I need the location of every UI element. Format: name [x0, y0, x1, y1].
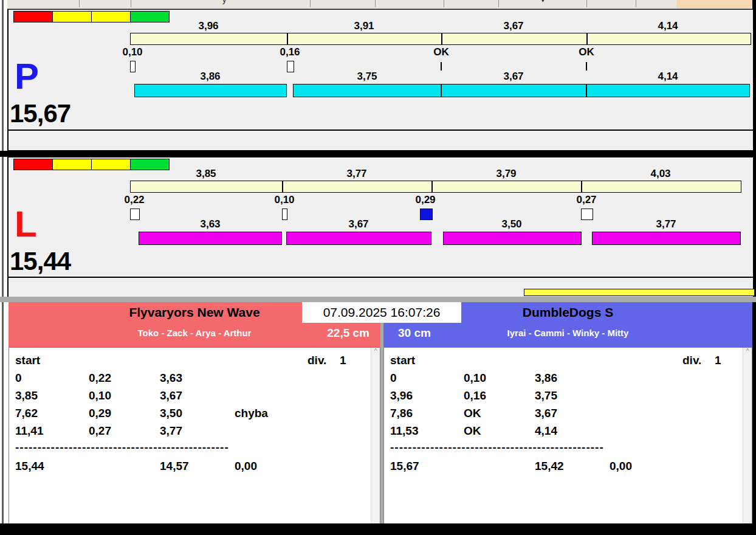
scroll-up-icon[interactable]: ^ — [743, 348, 752, 355]
table-total-cell: 0,00 — [610, 460, 632, 473]
team-left-jump-height: 22,5 cm — [327, 326, 369, 340]
split-bar-divider — [441, 33, 442, 44]
toolbar-separator — [131, 0, 131, 7]
split-time-label: 3,77 — [329, 168, 384, 179]
lane-l-empty-strip — [7, 277, 754, 297]
table-division-label: div. — [682, 354, 701, 367]
table-total-cell: 14,57 — [160, 460, 189, 473]
dog-run-time-label: 3,67 — [331, 219, 386, 230]
crossing-gap-box — [282, 209, 287, 220]
split-bar-divider — [581, 181, 582, 192]
split-time-label: 4,03 — [633, 168, 688, 179]
dog-run-bar — [134, 84, 287, 97]
split-time-label: 3,91 — [337, 21, 391, 32]
crossing-ok-tick — [586, 62, 587, 71]
team-right-table: ^ startdiv.100,103,863,960,163,757,86OK3… — [383, 347, 752, 525]
crossing-label: 0,29 — [398, 195, 453, 205]
toolbar-strip[interactable]: y ▾ — [0, 0, 752, 9]
table-start-label: start — [390, 354, 415, 367]
toolbar-separator — [310, 0, 311, 7]
toolbar-separator — [636, 0, 636, 7]
table-cell: OK — [464, 424, 481, 438]
toolbar-partial-text: y — [222, 0, 227, 4]
table-total-cell: 15,67 — [390, 460, 419, 473]
table-start-label: start — [15, 354, 40, 367]
table-division-value: 1 — [715, 354, 721, 367]
dog-run-bar — [441, 84, 586, 97]
table-cell: 0 — [390, 371, 397, 385]
crossing-ok-tick — [441, 62, 442, 71]
crossing-label: OK — [414, 47, 469, 58]
table-cell: OK — [464, 407, 481, 420]
split-time-label: 3,79 — [479, 168, 534, 179]
scroll-up-icon[interactable]: ^ — [371, 348, 380, 355]
toolbar-highlight-area — [676, 0, 752, 9]
toolbar-separator — [498, 0, 499, 7]
dog-run-time-label: 3,50 — [484, 219, 539, 230]
yellow-progress-bar — [524, 289, 755, 296]
split-bar-divider — [282, 181, 283, 192]
toolbar-separator — [79, 0, 80, 7]
table-division-label: div. — [308, 354, 326, 367]
table-cell: 3,77 — [160, 424, 182, 438]
table-cell: 3,85 — [15, 389, 38, 402]
crossing-label: 0,10 — [105, 47, 160, 58]
dog-run-time-label: 3,86 — [183, 71, 238, 82]
toolbar-separator — [375, 0, 376, 7]
team-left-table: ^ startdiv.100,223,633,850,103,677,620,2… — [9, 347, 380, 525]
team-left-roster: Toko - Zack - Arya - Arthur — [9, 328, 380, 338]
table-separator-line: ----------------------------------------… — [15, 441, 229, 454]
table-division-value: 1 — [340, 354, 346, 367]
split-time-label: 3,67 — [486, 21, 541, 32]
crossing-label: 0,10 — [257, 195, 312, 205]
split-time-bar — [130, 33, 751, 45]
scrollbar[interactable]: ^ — [743, 348, 752, 524]
lane-p-chart: 3,960,103,863,910,163,753,67OK3,674,14OK… — [9, 10, 753, 129]
table-cell: 3,67 — [160, 389, 182, 402]
table-cell: 7,86 — [390, 407, 413, 420]
table-cell: 0,16 — [464, 389, 486, 402]
dog-run-bar — [443, 232, 582, 245]
crossing-label: 0,16 — [263, 47, 317, 58]
table-cell: 3,96 — [390, 389, 413, 402]
panel-separator — [0, 297, 756, 302]
dog-run-bar — [592, 232, 741, 245]
table-total-cell: 15,44 — [15, 460, 44, 473]
table-cell: 0,22 — [89, 371, 111, 385]
crossing-gap-box — [581, 209, 593, 220]
crossing-label: 0,22 — [107, 195, 162, 205]
dog-run-bar — [286, 232, 431, 245]
table-cell: 3,86 — [535, 371, 557, 385]
split-time-label: 3,85 — [179, 168, 233, 179]
crossing-gap-box — [130, 61, 136, 72]
table-cell: 4,14 — [535, 424, 557, 438]
split-time-label: 4,14 — [641, 21, 695, 32]
crossing-label: 0,27 — [559, 195, 614, 205]
dog-run-time-label: 3,67 — [486, 71, 541, 82]
crossing-gap-box — [130, 209, 140, 220]
split-time-bar — [130, 181, 741, 193]
table-separator-line: ----------------------------------------… — [390, 441, 604, 454]
table-cell: 0 — [15, 371, 22, 385]
chevron-down-icon[interactable]: ▾ — [541, 0, 545, 4]
split-bar-divider — [586, 33, 588, 44]
dog-run-time-label: 3,75 — [340, 71, 394, 82]
dog-run-bar — [586, 84, 750, 97]
split-bar-divider — [287, 33, 288, 44]
dog-run-time-label: 3,77 — [639, 219, 693, 230]
split-time-label: 3,96 — [181, 21, 236, 32]
lane-p-band: P 15,67 3,960,103,863,910,163,753,67OK3,… — [7, 9, 754, 130]
lane-l-chart: 3,850,223,633,770,103,673,790,293,504,03… — [9, 157, 753, 277]
flyball-timing-app: y ▾ P 15,67 3,960,103,863,910,163,753,67… — [0, 0, 756, 535]
crossing-gap-box — [287, 61, 294, 72]
toolbar-separator — [586, 0, 587, 7]
band-divider — [0, 151, 756, 157]
dog-run-bar — [293, 84, 441, 97]
lane-p-empty-strip — [7, 130, 754, 151]
team-right-jump-height: 30 cm — [398, 326, 431, 340]
scrollbar[interactable]: ^ — [371, 348, 380, 524]
table-cell: chyba — [235, 407, 268, 420]
split-bar-divider — [431, 181, 433, 192]
lane-l-band: L 15,44 3,850,223,633,770,103,673,790,29… — [7, 157, 754, 277]
table-cell: 11,41 — [15, 424, 44, 438]
